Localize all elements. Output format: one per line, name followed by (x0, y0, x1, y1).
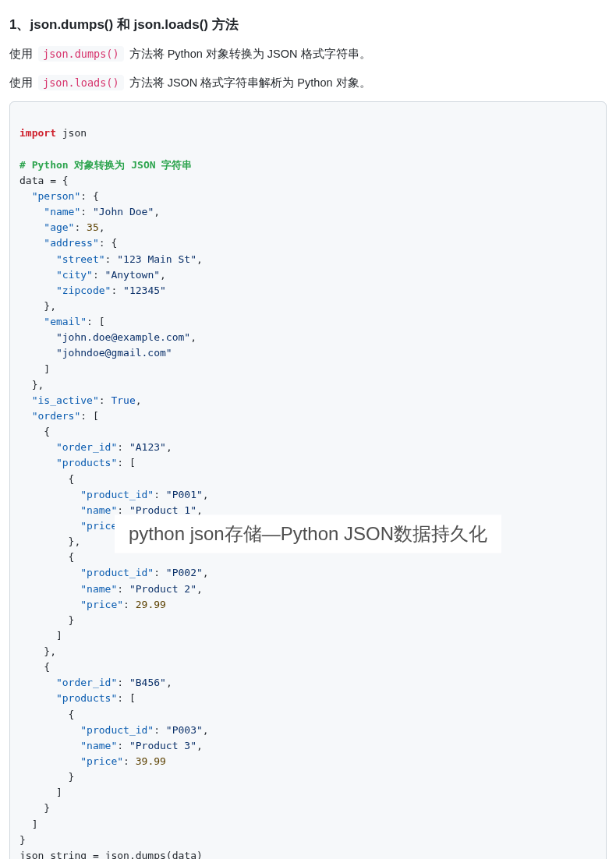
indent (19, 504, 80, 516)
indent (19, 692, 56, 704)
bool-value: True (111, 394, 135, 406)
dict-key: "orders" (32, 410, 81, 422)
code-line: ] (19, 818, 37, 830)
dict-key: "is_active" (32, 394, 99, 406)
code-line: data = { (19, 175, 69, 186)
code-line: { (19, 473, 74, 485)
code-line: }, (19, 536, 80, 547)
indent (19, 599, 80, 610)
string-value: "Product 2" (129, 583, 196, 595)
dict-key: "name" (80, 504, 117, 516)
dict-key: "name" (80, 740, 117, 751)
indent (19, 740, 80, 751)
punct: : { (99, 237, 117, 249)
dict-key: "city" (56, 269, 93, 281)
string-value: "12345" (123, 285, 166, 296)
punct: : (117, 583, 129, 595)
text: 使用 (9, 76, 36, 89)
string-value: "A123" (129, 441, 166, 453)
string-value: "P003" (166, 724, 203, 736)
code-line: { (19, 709, 74, 720)
punct: : (154, 489, 166, 500)
code-line: { (19, 426, 50, 437)
dict-key: "order_id" (56, 441, 117, 453)
punct: : (93, 269, 105, 281)
indent (19, 567, 80, 578)
string-value: "johndoe@gmail.com" (56, 347, 172, 359)
punct: , (203, 567, 209, 578)
punct: : (123, 599, 136, 610)
indent (19, 206, 44, 217)
dict-key: "price" (80, 755, 123, 767)
text: 方法将 JSON 格式字符串解析为 Python 对象。 (126, 76, 371, 89)
code-line: ] (19, 630, 62, 642)
indent (19, 583, 80, 595)
string-value: "P001" (166, 489, 203, 500)
watermark-text: python json存储—Python JSON数据持久化 (115, 514, 501, 553)
punct: , (190, 331, 196, 343)
dict-key: "name" (80, 583, 117, 595)
punct: , (196, 583, 203, 595)
string-value: "John Doe" (93, 206, 154, 217)
string-value: "123 Main St" (117, 253, 196, 265)
dict-key: "zipcode" (56, 285, 111, 296)
string-value: "Anytown" (105, 269, 160, 281)
indent (19, 331, 56, 343)
indent (19, 285, 56, 296)
punct: : (99, 394, 112, 406)
code-block-main: import json # Python 对象转换为 JSON 字符串 data… (9, 101, 607, 859)
dict-key: "person" (32, 190, 81, 202)
punct: : (80, 206, 93, 217)
punct: : (117, 740, 129, 751)
indent (19, 253, 56, 265)
string-value: "john.doe@example.com" (56, 331, 190, 343)
punct: , (196, 253, 203, 265)
paragraph-loads: 使用 json.loads() 方法将 JSON 格式字符串解析为 Python… (9, 73, 607, 93)
code-line: } (19, 771, 74, 783)
dict-key: "product_id" (80, 567, 154, 578)
text: 方法将 Python 对象转换为 JSON 格式字符串。 (126, 48, 371, 60)
number-value: 39.99 (136, 755, 166, 767)
indent (19, 316, 44, 327)
dict-key: "age" (44, 221, 74, 233)
inline-code-dumps: json.dumps() (38, 46, 124, 62)
dict-key: "address" (44, 237, 98, 249)
code-line: ] (19, 363, 50, 375)
punct: , (166, 441, 172, 453)
punct: : (117, 441, 129, 453)
indent (19, 457, 56, 468)
punct: , (160, 269, 166, 281)
dict-key: "name" (44, 206, 80, 217)
code-line: { (19, 551, 74, 563)
code-line: { (19, 661, 50, 673)
number-value: 35 (87, 221, 99, 233)
indent (19, 441, 56, 453)
punct: : (154, 724, 166, 736)
code-line: }, (19, 379, 44, 391)
indent (19, 237, 44, 249)
blank-line (19, 143, 26, 155)
code-line: }, (19, 645, 56, 657)
keyword-import: import (19, 127, 56, 139)
punct: , (136, 394, 142, 406)
indent (19, 410, 32, 422)
punct: : { (80, 190, 98, 202)
code-line: } (19, 802, 50, 814)
punct: : (74, 221, 87, 233)
code-line: }, (19, 300, 56, 312)
indent (19, 677, 56, 688)
punct: , (203, 724, 209, 736)
section-heading-1: 1、json.dumps() 和 json.loads() 方法 (9, 16, 607, 34)
dict-key: "product_id" (80, 489, 154, 500)
dict-key: "order_id" (56, 677, 117, 688)
punct: , (203, 489, 209, 500)
text: 使用 (9, 48, 36, 60)
code-line: } (19, 614, 74, 626)
code-line: ] (19, 787, 62, 798)
punct: : [ (80, 410, 98, 422)
comment-line: # Python 对象转换为 JSON 字符串 (19, 159, 192, 171)
dict-key: "product_id" (80, 724, 154, 736)
indent (19, 489, 80, 500)
punct: , (166, 677, 172, 688)
indent (19, 755, 80, 767)
